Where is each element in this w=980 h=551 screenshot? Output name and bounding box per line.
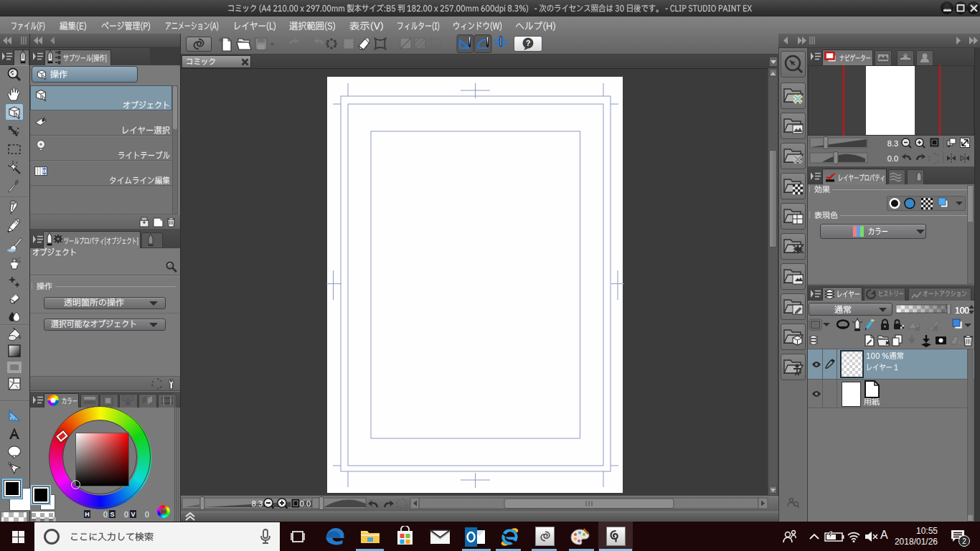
svg-text:8.3: 8.3 <box>252 499 263 508</box>
svg-text:S: S <box>110 511 114 518</box>
svg-text:H: H <box>85 511 90 518</box>
svg-text:0.0: 0.0 <box>887 154 898 163</box>
svg-text:0: 0 <box>103 510 108 519</box>
svg-text:0: 0 <box>124 510 128 519</box>
svg-text:0.0: 0.0 <box>300 499 311 508</box>
svg-text:V: V <box>131 511 135 518</box>
svg-text:8.3: 8.3 <box>887 139 898 148</box>
svg-text:?: ? <box>526 39 531 47</box>
svg-text:0: 0 <box>145 510 149 519</box>
